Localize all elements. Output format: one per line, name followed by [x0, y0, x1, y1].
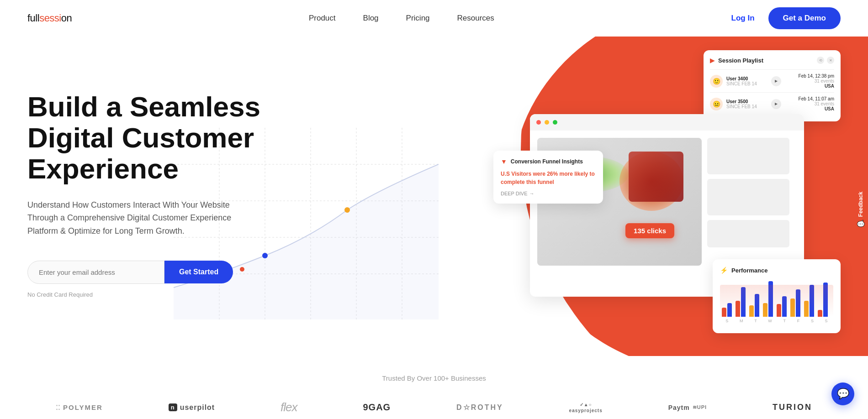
funnel-highlight: were 26% more likely: [533, 171, 588, 177]
company-easyprojects: ✓▲○easyprojects: [569, 402, 603, 414]
user-avatar-1: 🙂: [710, 75, 723, 88]
funnel-body-plain: U.S Visitors: [501, 171, 533, 177]
funnel-body: U.S Visitors were 26% more likely to com…: [501, 170, 596, 186]
polymer-dots-icon: ⁚⁚: [56, 404, 60, 411]
clicks-badge: 135 clicks: [625, 223, 674, 238]
logo-accent: sessi: [39, 12, 61, 24]
trusted-title: Trusted By Over 100+ Businesses: [27, 374, 841, 382]
company-flex: flex: [281, 400, 297, 414]
funnel-card: ▼ Conversion Funnel Insights U.S Visitor…: [493, 151, 603, 204]
play-user-1[interactable]: ▶: [771, 76, 781, 86]
user-info-1: User 3400 SINCE FEB 14: [726, 76, 757, 86]
chart-x-labels: S M T W T F S S: [720, 319, 833, 323]
logo-text: fullsession: [27, 12, 72, 24]
performance-title: Performance: [731, 267, 767, 274]
dot-yellow: [545, 120, 549, 125]
get-started-button[interactable]: Get Started: [164, 261, 233, 283]
x-label-w: W: [768, 319, 772, 323]
session-user-1: 🙂 User 3400 SINCE FEB 14: [710, 75, 757, 88]
side-panels: [707, 138, 789, 266]
session-2-country: USA: [799, 106, 834, 111]
session-1-events: 31 events: [799, 79, 834, 84]
session-playlist-card: ▶ Session Playlist ⟲ ✕ 🙂 User 3400 SINCE…: [704, 50, 841, 121]
x-label-m: M: [740, 319, 743, 323]
no-credit-card-label: No Credit Card Required: [27, 291, 279, 298]
session-meta-1: Feb 14, 12:38 pm 31 events USA: [799, 73, 834, 89]
nav-links: Product Blog Pricing Resources: [309, 14, 494, 23]
x-label-s2: S: [811, 319, 814, 323]
funnel-deep-dive[interactable]: DEEP DIVE →: [501, 191, 596, 196]
session-user-row-2: 😐 User 3500 SINCE FEB 14 ▶ Feb 14, 11:07…: [710, 92, 834, 115]
session-playlist-header: ▶ Session Playlist ⟲ ✕: [710, 57, 834, 64]
demo-button[interactable]: Get a Demo: [768, 7, 841, 29]
chat-icon: 💬: [837, 388, 849, 400]
x-label-s3: S: [825, 319, 828, 323]
session-2-events: 31 events: [799, 101, 834, 106]
funnel-icon: ▼: [501, 158, 507, 165]
feedback-chat-icon: 💬: [857, 220, 864, 227]
user-1-since: SINCE FEB 14: [726, 81, 757, 86]
company-dorothy: D☆ROTHY: [456, 403, 503, 412]
hero-subtitle: Understand How Customers Interact With Y…: [27, 199, 238, 238]
hero-right: ▶ Session Playlist ⟲ ✕ 🙂 User 3400 SINCE…: [493, 50, 841, 356]
company-polymer: ⁚⁚ POLYMER: [56, 403, 103, 411]
session-controls: ⟲ ✕: [817, 57, 834, 64]
feedback-tab[interactable]: 💬 Feedback: [853, 187, 868, 232]
browser-bar: [530, 114, 804, 131]
logo[interactable]: fullsession: [27, 12, 72, 24]
trusted-section: Trusted By Over 100+ Businesses ⁚⁚ POLYM…: [0, 356, 868, 419]
companies-list: ⁚⁚ POLYMER n userpilot flex 9GAG D☆ROTHY…: [27, 400, 841, 414]
svg-point-10: [344, 207, 350, 213]
company-turion: TURION: [773, 403, 812, 412]
login-button[interactable]: Log In: [731, 14, 755, 23]
nav-pricing[interactable]: Pricing: [406, 14, 430, 23]
dot-red: [536, 120, 541, 125]
session-user-row-1: 🙂 User 3400 SINCE FEB 14 ▶ Feb 14, 12:38…: [710, 69, 834, 92]
session-1-date: Feb 14, 12:38 pm: [799, 73, 834, 79]
user-2-name: User 3500: [726, 99, 757, 104]
performance-card: ⚡ Performance: [713, 259, 841, 333]
company-9gag: 9GAG: [363, 402, 391, 413]
funnel-header: ▼ Conversion Funnel Insights: [501, 158, 596, 165]
mini-panel-2: [707, 179, 789, 215]
performance-header: ⚡ Performance: [720, 267, 833, 274]
dot-green: [553, 120, 557, 125]
session-ctrl-2: ✕: [827, 57, 834, 64]
company-paytm: Paytm ≋UPI: [668, 404, 707, 411]
session-user-2: 😐 User 3500 SINCE FEB 14: [710, 98, 757, 110]
nav-blog[interactable]: Blog: [363, 14, 379, 23]
chart-background: [720, 285, 833, 317]
email-form: Get Started: [27, 261, 279, 284]
session-meta-2: Feb 14, 11:07 am 31 events USA: [799, 96, 834, 111]
session-2-date: Feb 14, 11:07 am: [799, 96, 834, 101]
chart-area: S M T W T F S S: [720, 280, 833, 326]
session-playlist-title: ▶ Session Playlist: [710, 57, 763, 64]
hero-title: Build a Seamless Digital Customer Experi…: [27, 91, 279, 185]
hero-left: Build a Seamless Digital Customer Experi…: [27, 64, 279, 298]
performance-icon: ⚡: [720, 267, 728, 274]
x-label-t1: T: [754, 319, 757, 323]
user-2-since: SINCE FEB 14: [726, 104, 757, 109]
company-userpilot: n userpilot: [169, 403, 215, 412]
x-label-t2: T: [783, 319, 786, 323]
nav-right: Log In Get a Demo: [731, 7, 841, 29]
user-avatar-2: 😐: [710, 98, 723, 110]
nav-product[interactable]: Product: [309, 14, 336, 23]
email-input[interactable]: [27, 261, 164, 284]
mini-panel-3: [707, 220, 789, 247]
play-icon: ▶: [710, 57, 715, 64]
play-user-2[interactable]: ▶: [771, 99, 781, 109]
chat-bubble[interactable]: 💬: [831, 382, 854, 405]
x-label-f: F: [797, 319, 800, 323]
nav-resources[interactable]: Resources: [457, 14, 494, 23]
feedback-label: Feedback: [857, 192, 864, 217]
user-1-name: User 3400: [726, 76, 757, 81]
navbar: fullsession Product Blog Pricing Resourc…: [0, 0, 868, 37]
session-1-country: USA: [799, 84, 834, 89]
session-ctrl-1: ⟲: [817, 57, 824, 64]
arrow-icon: →: [529, 191, 535, 196]
hero-section: Build a Seamless Digital Customer Experi…: [0, 37, 868, 356]
mini-panel-1: [707, 138, 789, 174]
feedback-tab-wrapper: 💬 Feedback: [853, 187, 868, 232]
x-label-s1: S: [725, 319, 728, 323]
